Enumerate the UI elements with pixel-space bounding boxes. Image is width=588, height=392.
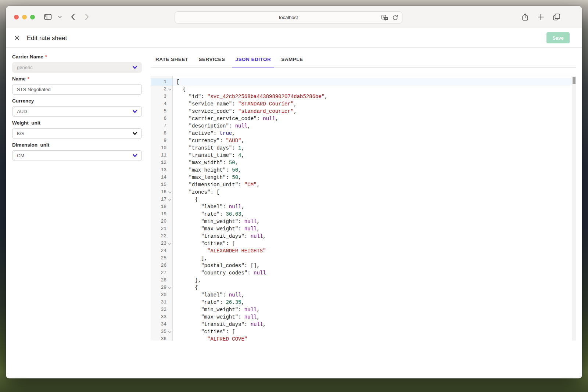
sidebar-icon[interactable] (44, 14, 52, 20)
line-number: 9 (151, 137, 172, 144)
tabs-overview-icon[interactable] (553, 14, 560, 21)
line-number: 7 (151, 122, 172, 130)
browser-window: localhost A (6, 6, 582, 378)
editor-scrollbar[interactable] (572, 76, 576, 341)
code-line: "transit_days": null, (173, 233, 572, 240)
editor-code[interactable]: [ { "id": "svc_42cb22568ba443898902074da… (173, 76, 572, 341)
forward-icon[interactable] (85, 14, 89, 20)
line-number: 19 (151, 211, 172, 218)
code-line: "max_height": 50, (173, 166, 572, 174)
line-number: 18 (151, 203, 172, 211)
tab-bar: RATE SHEETSERVICESJSON EDITORSAMPLE (151, 51, 576, 68)
code-line: "cities": [ (173, 328, 572, 335)
zoom-button[interactable] (30, 15, 35, 19)
modal-body: Carrier Name*genericName*CurrencyAUDWeig… (6, 48, 582, 378)
fold-chevron-icon[interactable] (168, 330, 171, 333)
close-icon[interactable] (15, 36, 19, 40)
modal-header: Edit rate sheet Save (6, 28, 582, 48)
line-number: 32 (151, 306, 172, 313)
close-button[interactable] (14, 15, 19, 19)
line-number: 29 (151, 284, 172, 291)
line-number: 10 (151, 144, 172, 152)
json-editor[interactable]: 1234567891011121314151617181920212223242… (151, 76, 576, 341)
code-line: "active": true, (173, 130, 572, 137)
fold-chevron-icon[interactable] (168, 242, 171, 245)
code-line: "service_code": "standard_courier", (173, 108, 572, 115)
code-line: "min_weight": null, (173, 218, 572, 225)
tab-json-editor[interactable]: JSON EDITOR (232, 51, 275, 67)
rate-sheet-form: Carrier Name*genericName*CurrencyAUDWeig… (12, 54, 142, 378)
fold-chevron-icon[interactable] (168, 87, 171, 90)
code-line: "label": null, (173, 291, 572, 299)
line-number: 30 (151, 291, 172, 299)
fold-chevron-icon[interactable] (168, 198, 171, 201)
line-number: 28 (151, 277, 172, 284)
line-number: 26 (151, 262, 172, 269)
line-number: 25 (151, 255, 172, 262)
window-controls (14, 15, 35, 19)
page-title: Edit rate sheet (27, 35, 67, 42)
required-asterisk: * (28, 76, 29, 82)
scrollbar-thumb[interactable] (573, 77, 576, 84)
code-line: "id": "svc_42cb22568ba443898902074dab528… (173, 93, 572, 100)
code-line: "postal_codes": [], (173, 262, 572, 269)
code-line: "service_name": "STANDARD Courier", (173, 100, 572, 108)
line-number: 3 (151, 93, 172, 100)
line-number: 20 (151, 218, 172, 225)
code-line: { (173, 196, 572, 203)
tab-services[interactable]: SERVICES (196, 51, 229, 67)
code-line: "max_weight": null, (173, 225, 572, 233)
line-number: 21 (151, 225, 172, 233)
currency-select[interactable]: AUD (12, 106, 142, 117)
code-line: "transit_days": 1, (173, 144, 572, 152)
weight-unit-label: Weight_unit (12, 120, 142, 126)
code-line: "transit_days": null, (173, 321, 572, 328)
code-line: "max_width": 50, (173, 159, 572, 166)
chevron-down-icon[interactable] (58, 16, 62, 18)
currency-label: Currency (12, 98, 142, 104)
line-number: 22 (151, 233, 172, 240)
translate-icon[interactable]: A (381, 15, 388, 21)
weight-unit-select[interactable]: KG (12, 128, 142, 139)
new-tab-icon[interactable] (538, 14, 544, 20)
browser-toolbar: localhost A (6, 6, 582, 28)
line-number: 5 (151, 108, 172, 115)
line-number: 11 (151, 152, 172, 159)
address-bar[interactable]: localhost A (175, 11, 402, 24)
tab-sample[interactable]: SAMPLE (278, 51, 306, 67)
code-line: "rate": 36.63, (173, 211, 572, 218)
back-icon[interactable] (71, 14, 75, 20)
tab-rate-sheet[interactable]: RATE SHEET (152, 51, 192, 67)
code-line: "description": null, (173, 122, 572, 130)
code-line: "ALFRED COVE" (173, 335, 572, 341)
line-number: 2 (151, 86, 172, 93)
chevron-down-icon (133, 154, 137, 157)
chevron-down-icon (133, 110, 137, 113)
editor-gutter: 1234567891011121314151617181920212223242… (151, 76, 173, 341)
carrier-name-label: Carrier Name* (12, 54, 142, 60)
carrier-name-select[interactable]: generic (12, 62, 142, 73)
line-number: 17 (151, 196, 172, 203)
name-field[interactable] (12, 84, 142, 95)
line-number: 36 (151, 335, 172, 341)
code-line: "currency": "AUD", (173, 137, 572, 144)
line-number: 27 (151, 269, 172, 277)
fold-chevron-icon[interactable] (168, 190, 171, 193)
code-line: { (173, 86, 572, 93)
share-icon[interactable] (522, 13, 528, 21)
code-line: "rate": 26.35, (173, 299, 572, 306)
save-button[interactable]: Save (546, 32, 570, 43)
dimension-unit-select[interactable]: CM (12, 150, 142, 161)
code-line: }, (173, 277, 572, 284)
fold-chevron-icon[interactable] (168, 286, 171, 289)
code-line: "country_codes": null (173, 269, 572, 277)
chevron-down-icon (133, 132, 137, 135)
code-line: "label": null, (173, 203, 572, 211)
code-line: "carrier_service_code": null, (173, 115, 572, 122)
code-line: { (173, 284, 572, 291)
dimension-unit-label: Dimension_unit (12, 142, 142, 148)
minimize-button[interactable] (22, 15, 27, 19)
reload-icon[interactable] (392, 15, 398, 21)
line-number: 6 (151, 115, 172, 122)
line-number: 1 (151, 78, 172, 86)
